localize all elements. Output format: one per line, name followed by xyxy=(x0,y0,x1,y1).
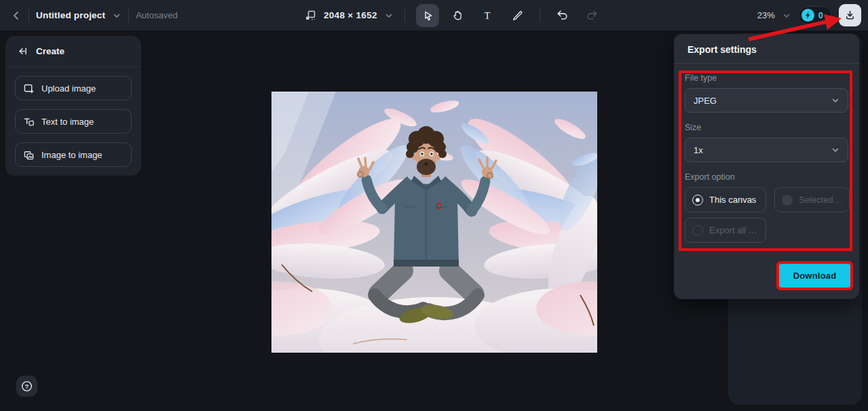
size-select[interactable]: 1x xyxy=(685,138,848,162)
create-panel: Create Upload image Text to image Image … xyxy=(5,36,141,176)
download-button[interactable]: Download xyxy=(779,264,850,288)
option-export-all-label: Export all … xyxy=(709,225,757,235)
svg-text:T: T xyxy=(484,10,490,20)
radio-disabled-icon xyxy=(782,195,793,206)
file-type-value: JPEG xyxy=(694,96,717,106)
image-to-image-label: Image to image xyxy=(41,150,102,160)
credits-count: 0 xyxy=(818,10,823,20)
size-label: Size xyxy=(685,123,848,132)
file-type-select[interactable]: JPEG xyxy=(685,88,848,113)
top-toolbar: Untitled project Autosaved 2048 × 1652 xyxy=(0,0,868,31)
credits-badge[interactable]: 0 xyxy=(798,6,832,24)
cursor-icon xyxy=(421,9,434,22)
image-to-image-icon xyxy=(23,149,35,161)
redo-button[interactable] xyxy=(581,4,604,27)
zoom-chevron-down-icon[interactable] xyxy=(782,11,791,20)
radio-selected-icon xyxy=(692,195,703,206)
text-to-image-icon xyxy=(23,116,35,128)
hand-icon xyxy=(451,9,464,22)
autosave-status: Autosaved xyxy=(136,10,177,20)
redo-icon xyxy=(586,9,599,22)
divider xyxy=(540,9,540,22)
upload-image-label: Upload image xyxy=(41,83,96,94)
divider xyxy=(29,9,29,22)
chevron-down-icon xyxy=(831,146,839,154)
divider xyxy=(404,9,405,22)
divider xyxy=(674,63,859,64)
export-option-label: Export option xyxy=(685,172,848,182)
size-value: 1x xyxy=(694,145,703,155)
credits-bolt-icon xyxy=(801,9,814,22)
export-settings-popup: Export settings File type JPEG Size 1x E… xyxy=(674,34,859,299)
divider xyxy=(128,9,129,22)
option-selected-layers-label: Selected l… xyxy=(799,195,842,205)
option-selected-layers[interactable]: Selected l… xyxy=(774,187,850,212)
resize-canvas-icon[interactable] xyxy=(304,9,317,22)
text-tool-icon: T xyxy=(481,9,493,22)
download-annotation-box: Download xyxy=(776,261,853,290)
create-panel-title: Create xyxy=(36,46,64,56)
file-type-label: File type xyxy=(685,73,848,83)
option-this-canvas-label: This canvas xyxy=(709,195,756,205)
zoom-level[interactable]: 23% xyxy=(757,10,775,20)
select-tool-button[interactable] xyxy=(416,4,439,27)
option-this-canvas[interactable]: This canvas xyxy=(685,187,766,212)
canvas-size-chevron-down-icon[interactable] xyxy=(384,11,394,20)
brush-tool-button[interactable] xyxy=(506,4,529,27)
option-export-all[interactable]: Export all … xyxy=(685,218,766,243)
svg-text:?: ? xyxy=(25,383,29,390)
text-to-image-button[interactable]: Text to image xyxy=(15,109,132,134)
text-to-image-label: Text to image xyxy=(41,117,94,127)
upload-image-button[interactable]: Upload image xyxy=(15,76,132,100)
canvas-image[interactable]: C xyxy=(271,92,597,353)
upload-image-icon xyxy=(23,83,35,94)
project-menu-chevron-down-icon[interactable] xyxy=(112,11,121,20)
canvas-size-value[interactable]: 2048 × 1652 xyxy=(324,10,377,20)
download-icon xyxy=(844,9,856,21)
brush-icon xyxy=(511,9,523,22)
back-icon[interactable] xyxy=(11,10,22,21)
undo-button[interactable] xyxy=(551,4,574,27)
text-tool-button[interactable]: T xyxy=(476,4,499,27)
svg-text:C: C xyxy=(436,201,442,211)
export-download-button[interactable] xyxy=(839,4,861,26)
chevron-down-icon xyxy=(831,96,839,104)
export-settings-title: Export settings xyxy=(674,34,859,63)
collapse-panel-icon[interactable] xyxy=(16,45,28,57)
hand-tool-button[interactable] xyxy=(446,4,469,27)
project-title[interactable]: Untitled project xyxy=(36,10,105,20)
undo-icon xyxy=(556,9,569,22)
image-to-image-button[interactable]: Image to image xyxy=(15,142,132,167)
radio-unselected-icon xyxy=(692,225,703,236)
help-button[interactable]: ? xyxy=(16,376,37,397)
